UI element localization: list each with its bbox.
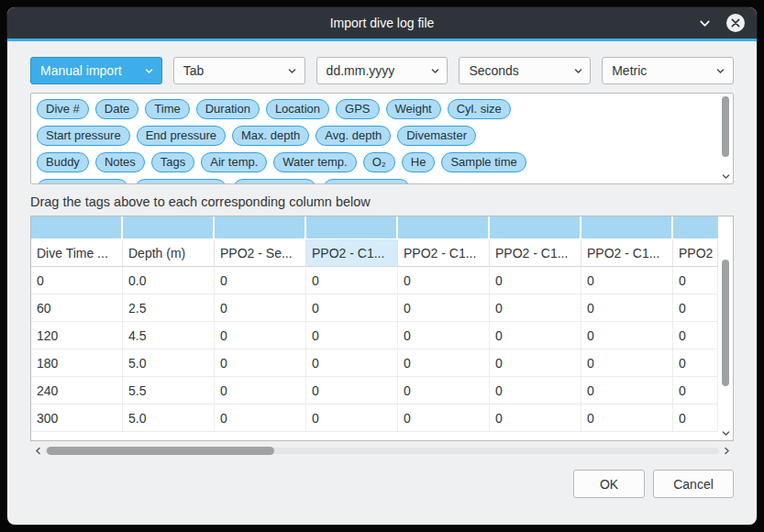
column-header[interactable]: PPO2 — [673, 239, 718, 266]
table-cell: 0 — [490, 405, 581, 431]
tag-time[interactable]: Time — [145, 99, 189, 119]
column-header[interactable]: PPO2 - Se... — [215, 239, 306, 266]
cancel-button[interactable]: Cancel — [653, 470, 734, 498]
chevron-down-icon — [281, 66, 304, 76]
table-cell: 0 — [306, 267, 398, 294]
drop-target-cell[interactable] — [490, 216, 581, 238]
tag-divemaster[interactable]: Divemaster — [397, 126, 476, 146]
combo-metric[interactable]: Metric — [602, 57, 734, 84]
table-row[interactable]: 2405.5000000 — [31, 377, 718, 405]
drop-target-cell[interactable] — [123, 216, 215, 238]
tag-list: Dive #DateTimeDurationLocationGPSWeightC… — [31, 94, 718, 183]
table-row[interactable]: 602.5000000 — [31, 294, 718, 322]
tag-weight[interactable]: Weight — [386, 99, 441, 119]
tag-sample-time[interactable]: Sample time — [441, 152, 526, 172]
tag-avg-depth[interactable]: Avg. depth — [316, 126, 391, 146]
column-header[interactable]: PPO2 - C1... — [581, 239, 673, 266]
drop-target-cell[interactable] — [398, 216, 490, 238]
table-cell: 0 — [673, 267, 718, 294]
column-header[interactable]: PPO2 - C1... — [398, 239, 490, 266]
table-cell: 0 — [581, 405, 673, 431]
table-cell: 0 — [581, 349, 673, 376]
drop-target-cell[interactable] — [31, 216, 123, 238]
drop-target-cell[interactable] — [581, 216, 673, 238]
window-title: Import dive log file — [330, 16, 435, 30]
scrollbar-track[interactable] — [45, 444, 719, 458]
tag-max-depth[interactable]: Max. depth — [232, 126, 309, 146]
tag-sample-po[interactable]: Sample pO₂ — [233, 179, 316, 183]
chevron-down-icon — [566, 66, 590, 76]
table-cell: 0 — [398, 405, 490, 431]
tag-sample-depth[interactable]: Sample depth — [37, 179, 128, 183]
chevron-down-icon — [138, 66, 161, 76]
tag-tags[interactable]: Tags — [151, 152, 194, 172]
scroll-left-icon[interactable] — [30, 444, 45, 458]
table-cell: 0 — [673, 349, 718, 376]
scroll-down-icon[interactable] — [719, 170, 732, 183]
combo-value: Metric — [603, 63, 709, 78]
scrollbar-thumb[interactable] — [722, 260, 729, 386]
accent-line — [7, 39, 757, 41]
table-cell: 0 — [215, 322, 306, 349]
tag-location[interactable]: Location — [266, 99, 329, 119]
combo-value: Manual import — [31, 63, 138, 78]
table-cell: 0 — [398, 322, 490, 349]
scroll-down-icon[interactable] — [719, 427, 732, 439]
combo-value: dd.mm.yyyy — [317, 63, 424, 78]
tag-row: Start pressureEnd pressureMax. depthAvg.… — [37, 126, 714, 146]
combo-manual-import[interactable]: Manual import — [30, 57, 162, 84]
table-cell: 0 — [581, 294, 673, 321]
scrollbar-thumb[interactable] — [722, 96, 729, 157]
drop-target-cell[interactable] — [215, 216, 306, 238]
instruction-text: Drag the tags above to each correspondin… — [30, 194, 734, 209]
tag-water-temp[interactable]: Water temp. — [273, 152, 356, 172]
combo-dd-mm-yyyy[interactable]: dd.mm.yyyy — [316, 57, 448, 84]
shade-button[interactable] — [694, 13, 714, 33]
chevron-down-icon — [423, 66, 447, 76]
tag-duration[interactable]: Duration — [196, 99, 260, 119]
table-cell: 0 — [215, 405, 306, 431]
tag-he[interactable]: He — [402, 152, 436, 172]
table-scrollbar-horizontal[interactable] — [30, 444, 734, 458]
titlebar[interactable]: Import dive log file — [7, 7, 757, 39]
tag-notes[interactable]: Notes — [95, 152, 145, 172]
scrollbar-thumb[interactable] — [47, 447, 274, 455]
column-header[interactable]: PPO2 - C1... — [490, 239, 581, 266]
tag-dive[interactable]: Dive # — [37, 99, 89, 119]
tag-date[interactable]: Date — [95, 99, 138, 119]
scrollbar-track[interactable] — [719, 217, 732, 427]
tag-buddy[interactable]: Buddy — [37, 152, 89, 172]
ok-button[interactable]: OK — [573, 470, 645, 498]
table-scrollbar-vertical[interactable] — [719, 217, 732, 439]
tag-cyl-size[interactable]: Cyl. size — [448, 99, 511, 119]
tag-sample-cns[interactable]: Sample CNS — [323, 179, 410, 183]
table-row[interactable]: 3005.0000000 — [31, 405, 718, 432]
table-row[interactable]: 1805.0000000 — [31, 349, 718, 377]
column-header[interactable]: Depth (m) — [123, 239, 215, 266]
import-dialog: Import dive log file Manual importTabdd.… — [7, 7, 757, 525]
close-button[interactable] — [725, 13, 746, 33]
table-cell: 0 — [398, 377, 490, 404]
dialog-buttons: OK Cancel — [30, 470, 734, 498]
tag-air-temp[interactable]: Air temp. — [201, 152, 267, 172]
tag-sample-temp[interactable]: Sample temp. — [135, 179, 227, 183]
tag-start-pressure[interactable]: Start pressure — [37, 126, 130, 146]
tag-gps[interactable]: GPS — [336, 99, 379, 119]
column-header[interactable]: Dive Time ... — [31, 239, 123, 266]
table-row[interactable]: 00.0000000 — [31, 267, 718, 294]
table-cell: 0 — [673, 405, 718, 431]
table-cell: 240 — [31, 377, 123, 404]
table-cell: 5.0 — [123, 405, 215, 431]
combo-seconds[interactable]: Seconds — [459, 57, 591, 84]
tagpool-scrollbar[interactable] — [719, 94, 732, 183]
drop-target-cell[interactable] — [306, 216, 398, 238]
table-row[interactable]: 1204.5000000 — [31, 322, 718, 349]
table-cell: 0 — [581, 267, 673, 294]
scroll-right-icon[interactable] — [719, 444, 734, 458]
tag-end-pressure[interactable]: End pressure — [137, 126, 226, 146]
scrollbar-track[interactable] — [719, 94, 732, 170]
combo-tab[interactable]: Tab — [173, 57, 305, 84]
drop-target-cell[interactable] — [673, 216, 718, 238]
column-header[interactable]: PPO2 - C1... — [306, 239, 398, 266]
tag-o[interactable]: O₂ — [363, 152, 395, 172]
